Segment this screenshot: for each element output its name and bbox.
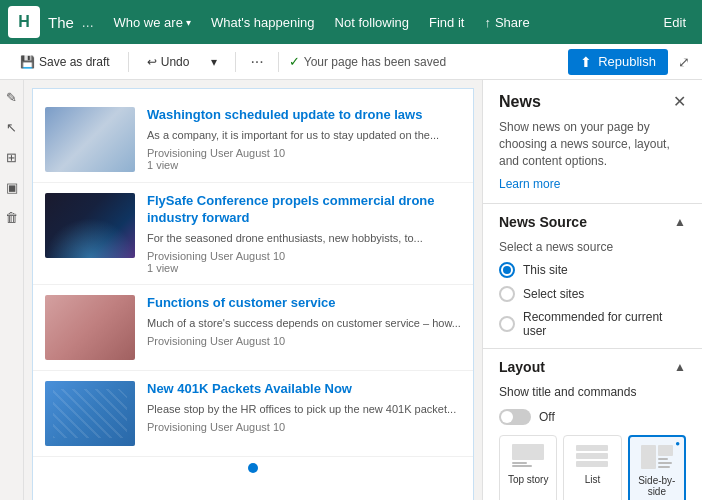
collapse-button[interactable]: ▲ — [674, 215, 686, 229]
undo-icon: ↩ — [147, 55, 157, 69]
layout-option-top-story[interactable]: Top story — [499, 435, 557, 500]
radio-recommended[interactable]: Recommended for current user — [499, 310, 686, 338]
canvas-area: Washington scheduled update to drone law… — [24, 80, 482, 500]
toolbar-divider — [128, 52, 129, 72]
radio-label-recommended: Recommended for current user — [523, 310, 686, 338]
chevron-down-icon: ▾ — [211, 55, 217, 69]
article-excerpt: As a company, it is important for us to … — [147, 128, 461, 143]
article-title: Functions of customer service — [147, 295, 461, 312]
show-title-row: Show title and commands — [499, 385, 686, 399]
edit-ruler-icon[interactable]: ✎ — [3, 88, 21, 106]
radio-circle-select-sites — [499, 286, 515, 302]
page-canvas: Washington scheduled update to drone law… — [32, 88, 474, 500]
list-item[interactable]: FlySafe Conference propels commercial dr… — [33, 183, 473, 285]
panel-title: News — [499, 93, 541, 111]
toggle-state-label: Off — [539, 410, 555, 424]
cursor-icon[interactable]: ↖ — [3, 118, 21, 136]
side-ruler: ✎ ↖ ⊞ ▣ 🗑 — [0, 80, 24, 500]
drone-thumbnail-image — [45, 107, 135, 172]
select-news-source-label: Select a news source — [499, 240, 686, 254]
article-content: New 401K Packets Available Now Please st… — [147, 381, 461, 446]
top-nav: H The ... Who we are ▾ What's happening … — [0, 0, 702, 44]
nav-find-it[interactable]: Find it — [421, 11, 472, 34]
article-content: Washington scheduled update to drone law… — [147, 107, 461, 172]
layout-title: Layout — [499, 359, 545, 375]
svg-rect-7 — [658, 445, 673, 456]
article-excerpt: Please stop by the HR offices to pick up… — [147, 402, 461, 417]
list-item[interactable]: Functions of customer service Much of a … — [33, 285, 473, 371]
scroll-indicator — [33, 457, 473, 479]
expand-icon: ⤢ — [678, 54, 690, 70]
article-views: 1 view — [147, 159, 461, 171]
list-item[interactable]: New 401K Packets Available Now Please st… — [33, 371, 473, 457]
save-as-draft-button[interactable]: 💾 Save as draft — [12, 52, 118, 72]
layout-option-list[interactable]: List — [563, 435, 621, 500]
nav-share-button[interactable]: ↑ Share — [476, 11, 537, 34]
nav-who-we-are[interactable]: Who we are ▾ — [106, 11, 199, 34]
radio-circle-recommended — [499, 316, 515, 332]
learn-more-link[interactable]: Learn more — [483, 177, 702, 203]
layout-label-list: List — [585, 474, 601, 485]
news-source-title: News Source — [499, 214, 587, 230]
nav-not-following[interactable]: Not following — [327, 11, 417, 34]
panel-description: Show news on your page by choosing a new… — [483, 115, 702, 177]
undo-dropdown-button[interactable]: ▾ — [203, 52, 225, 72]
news-source-section: News Source ▲ Select a news source This … — [483, 203, 702, 348]
right-panel: News ✕ Show news on your page by choosin… — [482, 80, 702, 500]
svg-rect-9 — [658, 462, 672, 464]
article-views: 1 view — [147, 262, 461, 274]
radio-label-this-site: This site — [523, 263, 568, 277]
list-icon — [574, 442, 610, 470]
top-story-icon — [510, 442, 546, 470]
close-button[interactable]: ✕ — [673, 92, 686, 111]
trash-icon[interactable]: 🗑 — [3, 208, 21, 226]
cards-thumbnail-image — [45, 381, 135, 446]
svg-rect-8 — [658, 458, 668, 460]
undo-button[interactable]: ↩ Undo — [139, 52, 198, 72]
article-thumbnail — [45, 193, 135, 258]
list-item[interactable]: Washington scheduled update to drone law… — [33, 97, 473, 183]
svg-rect-4 — [576, 453, 608, 459]
section-header: News Source ▲ — [499, 214, 686, 230]
article-thumbnail — [45, 107, 135, 172]
article-content: FlySafe Conference propels commercial dr… — [147, 193, 461, 274]
more-options-icon[interactable]: ··· — [246, 53, 267, 71]
layout-section: Layout ▲ Show title and commands Off — [483, 348, 702, 500]
republish-icon: ⬆ — [580, 54, 592, 70]
article-author: Provisioning User August 10 — [147, 147, 461, 159]
save-icon: 💾 — [20, 55, 35, 69]
expand-button[interactable]: ⤢ — [678, 54, 690, 70]
chevron-down-icon: ▾ — [186, 17, 191, 28]
republish-button[interactable]: ⬆ Republish — [568, 49, 668, 75]
nav-whats-happening[interactable]: What's happening — [203, 11, 323, 34]
article-title: FlySafe Conference propels commercial dr… — [147, 193, 461, 227]
layers-icon[interactable]: ▣ — [3, 178, 21, 196]
edit-toolbar: 💾 Save as draft ↩ Undo ▾ ··· ✓ Your page… — [0, 44, 702, 80]
layout-option-side-by-side[interactable]: Side-by-side — [628, 435, 686, 500]
radio-label-select-sites: Select sites — [523, 287, 584, 301]
article-author: Provisioning User August 10 — [147, 335, 461, 347]
layout-label-top-story: Top story — [508, 474, 549, 485]
svg-rect-3 — [576, 445, 608, 451]
radio-circle-this-site — [499, 262, 515, 278]
article-excerpt: For the seasoned drone enthusiasts, new … — [147, 231, 461, 246]
article-content: Functions of customer service Much of a … — [147, 295, 461, 360]
layout-options-grid: Top story List — [499, 435, 686, 500]
svg-rect-10 — [658, 466, 670, 468]
article-title: New 401K Packets Available Now — [147, 381, 461, 398]
news-source-radio-group: This site Select sites Recommended for c… — [499, 262, 686, 338]
toggle-row: Off — [499, 409, 686, 425]
radio-this-site[interactable]: This site — [499, 262, 686, 278]
woman-thumbnail-image — [45, 295, 135, 360]
toolbar-divider-3 — [278, 52, 279, 72]
layout-collapse-button[interactable]: ▲ — [674, 360, 686, 374]
scroll-dot — [248, 463, 258, 473]
nav-edit-button[interactable]: Edit — [656, 11, 694, 34]
concert-thumbnail-image — [45, 193, 135, 258]
toggle-switch[interactable] — [499, 409, 531, 425]
radio-select-sites[interactable]: Select sites — [499, 286, 686, 302]
share-icon: ↑ — [484, 15, 491, 30]
article-author: Provisioning User August 10 — [147, 250, 461, 262]
grid-icon[interactable]: ⊞ — [3, 148, 21, 166]
show-title-label: Show title and commands — [499, 385, 636, 399]
